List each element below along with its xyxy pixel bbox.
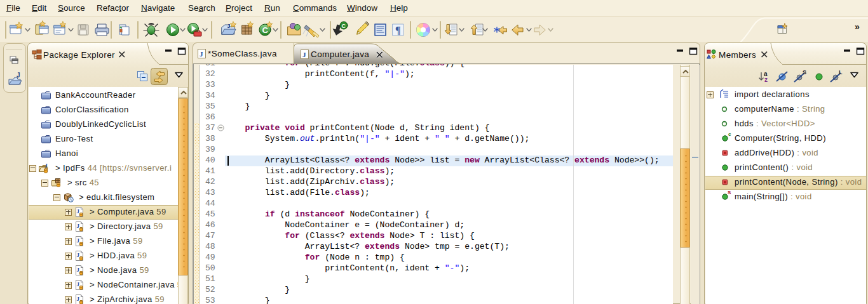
svg-text:J: J bbox=[77, 281, 80, 287]
svg-text:J: J bbox=[17, 72, 20, 79]
svg-text:J: J bbox=[77, 267, 80, 273]
svg-text:c: c bbox=[728, 131, 731, 137]
svg-text:J: J bbox=[77, 252, 80, 258]
svg-text:J: J bbox=[77, 296, 80, 302]
svg-text:S: S bbox=[803, 69, 806, 76]
svg-text:J: J bbox=[77, 223, 80, 229]
svg-text:J: J bbox=[227, 23, 231, 29]
svg-text:¶: ¶ bbox=[395, 25, 401, 36]
svg-text:»: » bbox=[855, 22, 860, 32]
svg-text:J: J bbox=[77, 208, 80, 215]
svg-text:z: z bbox=[764, 76, 768, 83]
svg-text:C: C bbox=[342, 23, 346, 29]
svg-text:J: J bbox=[200, 50, 203, 58]
svg-text:S: S bbox=[728, 190, 731, 195]
svg-text:L: L bbox=[839, 69, 843, 76]
svg-text:J: J bbox=[302, 51, 306, 58]
svg-text:J: J bbox=[77, 237, 80, 244]
